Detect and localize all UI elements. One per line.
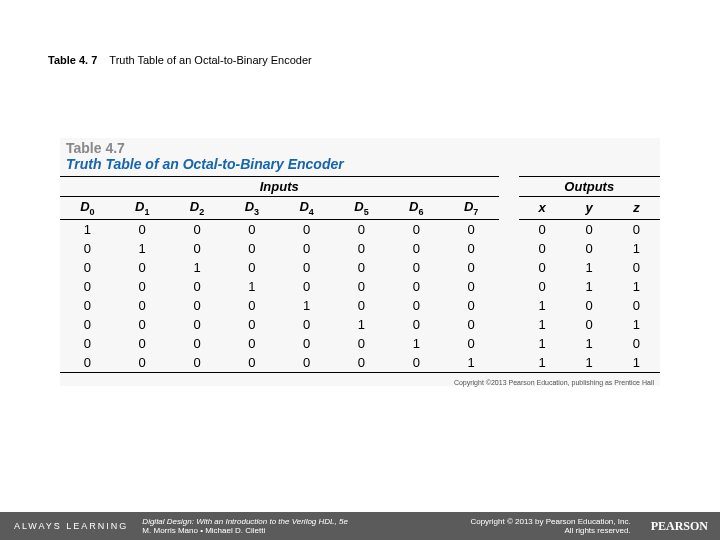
input-cell: 0	[389, 219, 444, 239]
output-cell: 1	[519, 315, 566, 334]
col-d5: D5	[334, 197, 389, 220]
input-cell: 1	[444, 353, 499, 373]
input-cell: 0	[115, 219, 170, 239]
col-d7: D7	[444, 197, 499, 220]
table-row: 10000000000	[60, 219, 660, 239]
output-cell: 0	[566, 219, 613, 239]
column-header-row: D0 D1 D2 D3 D4 D5 D6 D7 x y z	[60, 197, 660, 220]
input-cell: 0	[389, 353, 444, 373]
col-gap	[499, 197, 519, 220]
row-gap	[499, 315, 519, 334]
input-cell: 0	[334, 219, 389, 239]
input-cell: 1	[334, 315, 389, 334]
book-title: Digital Design: With an Introduction to …	[142, 517, 334, 526]
input-cell: 0	[170, 334, 225, 353]
input-cell: 0	[115, 296, 170, 315]
slide: Table 4. 7 Truth Table of an Octal-to-Bi…	[0, 0, 720, 540]
input-cell: 0	[279, 315, 334, 334]
truth-table: Inputs Outputs D0 D1 D2 D3 D4 D5 D6 D7 x…	[60, 176, 660, 373]
always-learning-text: ALWAYS LEARNING	[0, 521, 142, 531]
table-row: 01000000001	[60, 239, 660, 258]
input-cell: 0	[170, 239, 225, 258]
input-cell: 0	[115, 334, 170, 353]
col-d6: D6	[389, 197, 444, 220]
output-cell: 0	[519, 277, 566, 296]
row-gap	[499, 334, 519, 353]
output-cell: 1	[613, 315, 660, 334]
table-row: 00010000011	[60, 277, 660, 296]
input-cell: 0	[224, 258, 279, 277]
table-row: 00001000100	[60, 296, 660, 315]
table-card: Table 4.7 Truth Table of an Octal-to-Bin…	[60, 138, 660, 386]
row-gap	[499, 258, 519, 277]
input-cell: 0	[444, 258, 499, 277]
input-cell: 0	[444, 296, 499, 315]
book-edition: , 5e	[335, 517, 348, 526]
input-cell: 0	[60, 353, 115, 373]
output-cell: 1	[519, 296, 566, 315]
output-cell: 0	[613, 296, 660, 315]
output-cell: 1	[519, 334, 566, 353]
input-cell: 1	[60, 219, 115, 239]
input-cell: 0	[444, 239, 499, 258]
table-row: 00000010110	[60, 334, 660, 353]
outputs-header: Outputs	[519, 177, 661, 197]
output-cell: 1	[613, 277, 660, 296]
col-d2: D2	[170, 197, 225, 220]
row-gap	[499, 296, 519, 315]
col-d1: D1	[115, 197, 170, 220]
input-cell: 0	[224, 219, 279, 239]
input-cell: 0	[115, 258, 170, 277]
input-cell: 0	[60, 277, 115, 296]
input-cell: 0	[60, 315, 115, 334]
output-cell: 0	[566, 296, 613, 315]
input-cell: 0	[60, 296, 115, 315]
col-d0: D0	[60, 197, 115, 220]
output-cell: 0	[519, 239, 566, 258]
input-cell: 0	[279, 239, 334, 258]
row-gap	[499, 277, 519, 296]
table-row: 00100000010	[60, 258, 660, 277]
input-cell: 0	[444, 277, 499, 296]
table-row: 00000100101	[60, 315, 660, 334]
output-cell: 1	[566, 277, 613, 296]
col-x: x	[519, 197, 566, 220]
table-title-text: Truth Table of an Octal-to-Binary Encode…	[60, 156, 660, 176]
input-cell: 0	[444, 334, 499, 353]
input-cell: 0	[170, 315, 225, 334]
input-cell: 0	[334, 353, 389, 373]
input-cell: 0	[170, 296, 225, 315]
book-authors: M. Morris Mano • Michael D. Ciletti	[142, 526, 265, 535]
footer-bar: ALWAYS LEARNING Digital Design: With an …	[0, 512, 720, 540]
input-cell: 0	[60, 258, 115, 277]
input-cell: 0	[279, 219, 334, 239]
input-cell: 0	[279, 334, 334, 353]
input-cell: 0	[170, 353, 225, 373]
input-cell: 0	[389, 296, 444, 315]
output-cell: 0	[613, 334, 660, 353]
input-cell: 0	[444, 219, 499, 239]
output-cell: 1	[566, 353, 613, 373]
output-cell: 1	[613, 239, 660, 258]
col-y: y	[566, 197, 613, 220]
pearson-logo: PEARSON	[639, 519, 720, 534]
slide-caption: Table 4. 7 Truth Table of an Octal-to-Bi…	[48, 54, 312, 66]
input-cell: 0	[334, 258, 389, 277]
output-cell: 0	[613, 258, 660, 277]
input-cell: 0	[170, 219, 225, 239]
col-z: z	[613, 197, 660, 220]
input-cell: 0	[224, 315, 279, 334]
input-cell: 0	[60, 239, 115, 258]
input-cell: 1	[389, 334, 444, 353]
output-cell: 1	[519, 353, 566, 373]
input-cell: 0	[224, 296, 279, 315]
input-cell: 0	[279, 277, 334, 296]
output-cell: 1	[566, 334, 613, 353]
input-cell: 0	[389, 277, 444, 296]
table-title-number: Table 4.7	[60, 138, 660, 156]
output-cell: 1	[566, 258, 613, 277]
input-cell: 0	[60, 334, 115, 353]
input-cell: 0	[389, 258, 444, 277]
input-cell: 0	[334, 296, 389, 315]
input-cell: 0	[334, 277, 389, 296]
